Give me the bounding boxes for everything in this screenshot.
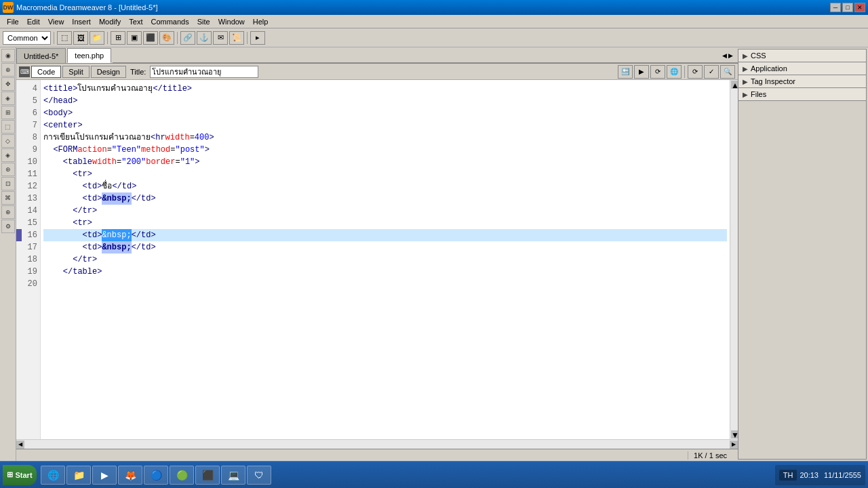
tag-expand-arrow: ▶ <box>743 78 748 85</box>
taskbar-shield-icon: 🛡 <box>253 469 265 481</box>
code-line-14: </tr> <box>43 205 727 217</box>
taskbar-chrome-icon: 🔵 <box>150 469 162 481</box>
sidebar-icon-4[interactable]: ◈ <box>1 92 15 105</box>
code-line-13: <td>&nbsp;</td> <box>43 192 727 205</box>
taskbar-app-chrome[interactable]: 🔵 <box>144 466 168 485</box>
taskbar-app-media[interactable]: ▶ <box>92 466 117 485</box>
sidebar-icon-5[interactable]: ⊞ <box>1 106 15 119</box>
sidebar-icon-10[interactable]: ⊡ <box>1 177 15 190</box>
scroll-left-btn[interactable]: ◀ <box>16 441 24 449</box>
toolbar-select-btn[interactable]: ⬚ <box>57 31 72 45</box>
toolbar-script-btn[interactable]: 📜 <box>229 31 244 45</box>
sidebar-icon-13[interactable]: ⚙ <box>1 220 15 233</box>
code-line-4: <title>โปรแกรมคำนวณอายุ</title> <box>43 83 727 95</box>
menu-site[interactable]: Site <box>193 16 214 27</box>
refresh-design-btn[interactable]: ⟳ <box>650 65 665 79</box>
taskbar-app-ie[interactable]: 🌐 <box>41 466 65 485</box>
tag-inspector-header[interactable]: ▶ Tag Inspector <box>738 75 866 87</box>
file-size-status: 1K / 1 sec <box>688 451 732 460</box>
taskbar-app-monitor[interactable]: 💻 <box>221 466 245 485</box>
view-split-button[interactable]: Split <box>62 66 89 78</box>
toolbar-div-btn[interactable]: ⬛ <box>143 31 158 45</box>
tab-spacer <box>113 48 717 63</box>
toolbar-email-btn[interactable]: ✉ <box>213 31 228 45</box>
sidebar-icon-12[interactable]: ⊕ <box>1 205 15 219</box>
sidebar-icon-9[interactable]: ⊛ <box>1 163 15 176</box>
files-expand-arrow: ▶ <box>743 91 748 98</box>
css-section-header[interactable]: ▶ CSS <box>738 49 866 62</box>
menu-help[interactable]: Help <box>249 16 273 27</box>
toolbar-color-btn[interactable]: 🎨 <box>159 31 174 45</box>
minimize-button[interactable]: ─ <box>830 3 841 12</box>
menu-insert[interactable]: Insert <box>68 16 95 27</box>
titlebar-text: Macromedia Dreamweaver 8 - [Untitled-5*] <box>16 3 830 12</box>
code-line-5: </head> <box>43 95 727 107</box>
sidebar-icon-7[interactable]: ◇ <box>1 134 15 148</box>
tag-inspector-label: Tag Inspector <box>751 77 795 85</box>
sidebar-icon-2[interactable]: ⊕ <box>1 63 15 77</box>
scroll-down-btn[interactable]: ▼ <box>731 430 738 439</box>
line-17: 17 <box>16 241 40 253</box>
toolbar-folder-btn[interactable]: 📁 <box>90 31 104 45</box>
view-design-button[interactable]: Design <box>91 66 126 78</box>
taskbar-app-explorer[interactable]: 📁 <box>66 466 91 485</box>
menu-edit[interactable]: Edit <box>23 16 44 27</box>
sidebar-icon-8[interactable]: ◈ <box>1 148 15 162</box>
toolbar-anchor-btn[interactable]: ⚓ <box>197 31 212 45</box>
sidebar-icon-6[interactable]: ⬚ <box>1 120 15 134</box>
menu-window[interactable]: Window <box>214 16 249 27</box>
menu-file[interactable]: File <box>3 16 23 27</box>
taskbar-app-firefox[interactable]: 🦊 <box>118 466 142 485</box>
tab-scroll-left[interactable]: ◀ <box>722 52 727 59</box>
main-toolbar: Common ⬚ 🖼 📁 ⊞ ▣ ⬛ 🎨 🔗 ⚓ ✉ 📜 ▸ <box>0 28 868 47</box>
application-section-header[interactable]: ▶ Application <box>738 62 866 75</box>
sidebar-icon-11[interactable]: ⌘ <box>1 191 15 205</box>
right-panel: ▶ CSS ▶ Application ▶ Tag Inspector ▶ Fi… <box>738 49 867 460</box>
taskbar-app-black[interactable]: ⬛ <box>195 466 220 485</box>
sidebar-icon-3[interactable]: ✥ <box>1 77 15 91</box>
menu-view[interactable]: View <box>44 16 68 27</box>
menubar: File Edit View Insert Modify Text Comman… <box>0 15 868 28</box>
toolbar-layout-btn[interactable]: ▣ <box>127 31 142 45</box>
validate-btn[interactable]: ✓ <box>704 65 719 79</box>
taskbar-app-shield[interactable]: 🛡 <box>247 466 271 485</box>
close-button[interactable]: ✕ <box>854 3 865 12</box>
horizontal-scrollbar[interactable]: ◀ ▶ <box>16 439 738 449</box>
files-section-header[interactable]: ▶ Files <box>738 88 866 100</box>
taskbar-tray: TH 20:13 11/11/2555 <box>775 465 865 485</box>
files-label: Files <box>751 90 766 98</box>
menu-modify[interactable]: Modify <box>95 16 125 27</box>
toolbar-link-btn[interactable]: 🔗 <box>180 31 195 45</box>
tab-untitled[interactable]: Untitled-5* <box>16 48 66 63</box>
code-line-12: <td>ชื่อ</td> <box>43 180 727 192</box>
menu-commands[interactable]: Commands <box>146 16 193 27</box>
view-code-button[interactable]: Code <box>31 66 61 78</box>
menu-text[interactable]: Text <box>125 16 146 27</box>
zoom-btn[interactable]: 🔍 <box>720 65 735 79</box>
start-button[interactable]: ⊞ Start <box>3 465 37 485</box>
line-13: 13 <box>16 192 40 205</box>
tab-teenphp[interactable]: teen.php <box>67 48 111 63</box>
code-editor[interactable]: <title>โปรแกรมคำนวณอายุ</title> </head> … <box>41 80 730 439</box>
tag-inspector-section: ▶ Tag Inspector <box>738 75 866 88</box>
page-title-input[interactable] <box>150 66 258 78</box>
toolbar-more-btn[interactable]: ▸ <box>250 31 265 45</box>
code-line-6: <body> <box>43 107 727 119</box>
toolbar-table-btn[interactable]: ⊞ <box>111 31 125 45</box>
files-section: ▶ Files <box>738 88 866 101</box>
maximize-button[interactable]: □ <box>842 3 853 12</box>
insert-category-select[interactable]: Common <box>3 31 51 45</box>
scroll-right-btn[interactable]: ▶ <box>730 441 738 449</box>
sidebar-icon-1[interactable]: ◉ <box>1 49 15 62</box>
preview-btn[interactable]: 🔙 <box>618 65 633 79</box>
check-links-btn[interactable]: ⟳ <box>688 65 703 79</box>
scroll-up-btn[interactable]: ▲ <box>731 81 738 89</box>
preview-browser-btn[interactable]: ▶ <box>634 65 649 79</box>
globe-btn[interactable]: 🌐 <box>667 65 682 79</box>
taskbar-app-green[interactable]: 🟢 <box>170 466 194 485</box>
application-label: Application <box>751 64 787 73</box>
tab-scroll-right[interactable]: ▶ <box>728 52 733 59</box>
toolbar-img-btn[interactable]: 🖼 <box>73 31 88 45</box>
taskbar-media-icon: ▶ <box>98 469 111 481</box>
vertical-scrollbar[interactable]: ▲ ▼ <box>730 80 738 439</box>
